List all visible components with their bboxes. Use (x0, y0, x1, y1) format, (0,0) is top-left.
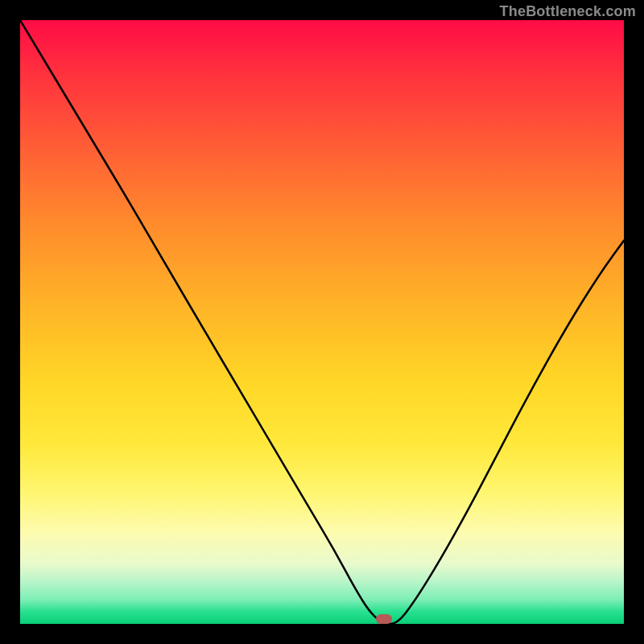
bottleneck-curve (20, 20, 624, 624)
plot-area (20, 20, 624, 624)
watermark-text: TheBottleneck.com (500, 3, 636, 20)
minimum-marker (376, 614, 392, 624)
chart-frame: TheBottleneck.com (0, 0, 644, 644)
